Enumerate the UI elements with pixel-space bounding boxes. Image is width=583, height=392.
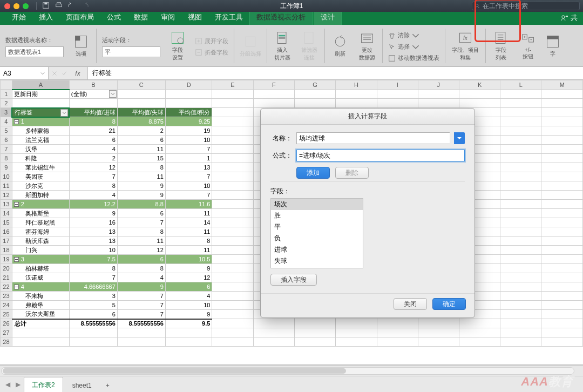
svg-rect-1 — [44, 2, 47, 4]
enter-icon[interactable] — [62, 71, 67, 76]
name-label: 名称： — [270, 134, 292, 143]
svg-rect-25 — [547, 36, 559, 39]
sheet-nav-next[interactable]: ▶ — [13, 379, 23, 390]
plusminus-button[interactable]: +/- 按钮 — [516, 30, 540, 62]
expand-field-button[interactable]: 展开字段 — [195, 37, 228, 46]
svg-rect-12 — [246, 37, 255, 46]
ok-button[interactable]: 确定 — [432, 298, 466, 310]
close-window-button[interactable] — [4, 3, 10, 9]
svg-rect-3 — [57, 2, 61, 4]
sheet-tab-0[interactable]: 工作表2 — [24, 377, 63, 392]
name-input[interactable]: 场均进球 — [296, 132, 450, 144]
search-input[interactable]: 在工作表中搜索 — [472, 2, 580, 10]
close-button[interactable]: 关闭 — [394, 298, 427, 310]
window-title: 工作簿1 — [280, 2, 303, 11]
zoom-window-button[interactable] — [23, 3, 29, 9]
svg-rect-14 — [279, 35, 285, 36]
tab-pagelayout[interactable]: 页面布局 — [59, 10, 100, 25]
svg-point-9 — [178, 38, 184, 44]
fx-button[interactable]: fx — [71, 70, 84, 77]
svg-rect-21 — [496, 32, 505, 43]
collapse-field-button[interactable]: 折叠字段 — [195, 48, 228, 57]
field-list-button[interactable]: 字段 列表 — [489, 29, 513, 63]
sheet-tabs: ◀ ▶ 工作表2 sheet1 + — [0, 376, 583, 392]
sheet-tab-1[interactable]: sheet1 — [64, 378, 100, 393]
undo-icon[interactable] — [68, 2, 76, 11]
tab-formulas[interactable]: 公式 — [100, 10, 127, 25]
ribbon: 数据透视表名称： 数据透视表1 选项 活动字段： 平 字段 设置 展开字段 折叠… — [0, 25, 583, 67]
field-option[interactable]: 平 — [271, 221, 363, 233]
insert-slicer-button[interactable]: 插入 切片器 — [270, 29, 294, 63]
svg-rect-15 — [279, 37, 285, 39]
tab-home[interactable]: 开始 — [5, 10, 32, 25]
field-option[interactable]: 进球 — [271, 244, 363, 255]
share-button[interactable]: 共 — [555, 11, 583, 25]
group-pivottable: 数据透视表名称： 数据透视表1 — [3, 34, 66, 57]
svg-rect-2 — [56, 4, 62, 6]
clear-button[interactable]: 清除 — [388, 31, 419, 40]
select-button[interactable]: 选择 — [388, 42, 419, 51]
fields-listbox[interactable]: 场次胜平负进球失球 — [270, 198, 363, 268]
field-settings-button[interactable]: 字段 设置 — [166, 29, 189, 63]
add-button[interactable]: 添加 — [296, 167, 330, 179]
active-field-label: 活动字段： — [102, 36, 132, 44]
formula-input[interactable]: 行标签 — [88, 67, 583, 79]
fields-items-sets-button[interactable]: fx字段、项目 和集 — [449, 29, 482, 63]
insert-calculated-field-dialog: 插入计算字段 名称： 场均进球 公式： =进球/场次 添加 删除 字段： 场次胜… — [260, 108, 475, 318]
insert-field-button[interactable]: 插入字段 — [270, 274, 317, 286]
sheet-nav-prev[interactable]: ◀ — [3, 379, 12, 390]
tab-insert[interactable]: 插入 — [32, 10, 59, 25]
pivot-name-label: 数据透视表名称： — [5, 36, 53, 44]
save-icon[interactable] — [42, 2, 50, 11]
field-option[interactable]: 场次 — [271, 199, 363, 210]
active-field-input[interactable]: 平 — [102, 46, 160, 57]
minimize-window-button[interactable] — [13, 3, 19, 9]
cancel-icon[interactable] — [52, 71, 57, 76]
watermark: AAA教育 — [521, 374, 573, 390]
svg-rect-17 — [362, 34, 373, 43]
svg-rect-18 — [389, 55, 395, 61]
tab-review[interactable]: 审阅 — [154, 10, 181, 25]
field-option[interactable]: 负 — [271, 233, 363, 244]
titlebar: 工作簿1 在工作表中搜索 — [0, 0, 583, 12]
print-icon[interactable] — [55, 2, 63, 11]
move-pivot-button[interactable]: 移动数据透视表 — [388, 53, 439, 63]
formula-field[interactable]: =进球/场次 — [296, 150, 465, 161]
formula-label: 公式： — [270, 151, 292, 160]
delete-button[interactable]: 删除 — [335, 167, 369, 179]
tab-pivot-analyze[interactable]: 数据透视表分析 — [249, 10, 313, 25]
tab-developer[interactable]: 开发工具 — [208, 10, 249, 25]
field-option[interactable]: 胜 — [271, 210, 363, 221]
tab-data[interactable]: 数据 — [127, 10, 154, 25]
group-active-field: 活动字段： 平 — [100, 34, 162, 57]
name-box[interactable]: A3 — [0, 67, 49, 79]
horizontal-scrollbar[interactable] — [0, 365, 583, 376]
options-button[interactable]: 选项 — [69, 33, 93, 59]
svg-point-4 — [475, 4, 478, 7]
redo-icon[interactable] — [81, 2, 89, 11]
change-source-button[interactable]: 更改 数据源 — [355, 29, 379, 63]
search-placeholder: 在工作表中搜索 — [483, 2, 528, 11]
name-dropdown-button[interactable] — [454, 132, 465, 144]
svg-rect-16 — [304, 32, 313, 43]
field-headers-button[interactable]: 字 — [543, 33, 562, 59]
add-sheet-button[interactable]: + — [101, 378, 114, 393]
tab-design[interactable]: 设计 — [314, 10, 342, 25]
fields-label: 字段： — [270, 187, 465, 196]
svg-point-5 — [562, 16, 565, 18]
dialog-title: 插入计算字段 — [261, 109, 474, 125]
tab-view[interactable]: 视图 — [181, 10, 208, 25]
search-icon — [474, 3, 480, 9]
filter-connect-button: 筛选器 连接 — [297, 29, 321, 63]
svg-text:fx: fx — [463, 35, 468, 41]
group-select-button: 分组选择 — [238, 33, 263, 59]
pivot-name-input[interactable]: 数据透视表1 — [5, 46, 64, 57]
field-option[interactable]: 失球 — [271, 255, 363, 267]
formula-bar: A3 fx 行标签 — [0, 67, 583, 80]
ribbon-tabs: 开始 插入 页面布局 公式 数据 审阅 视图 开发工具 数据透视表分析 设计 共 — [0, 12, 583, 25]
refresh-button[interactable]: 刷新 — [328, 33, 352, 59]
svg-rect-7 — [76, 36, 80, 40]
